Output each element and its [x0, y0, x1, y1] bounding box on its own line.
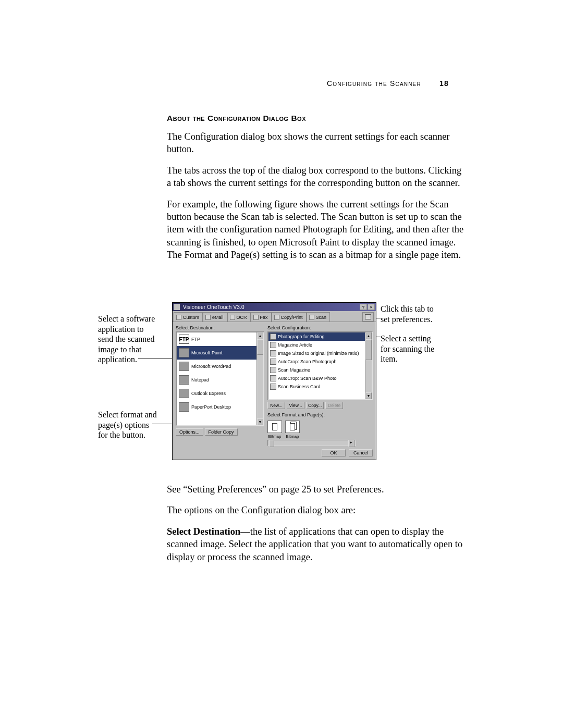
list-item[interactable]: Microsoft WordPad [177, 360, 263, 373]
outlook-icon [179, 389, 189, 398]
foldercopy-button[interactable]: Folder Copy [205, 428, 238, 436]
tab-bar: Custom eMail OCR Fax Copy/Print Scan [173, 311, 376, 322]
list-item[interactable]: Microsoft Paint [177, 346, 263, 360]
tab-scan[interactable]: Scan [307, 312, 331, 322]
configuration-list[interactable]: Photograph for Editing Magazine Article … [267, 331, 373, 400]
scan-icon [309, 315, 314, 320]
format-option-multi[interactable]: Bitmap [285, 421, 300, 439]
tab-fax[interactable]: Fax [251, 312, 272, 322]
format-option-single[interactable]: Bitmap [267, 421, 282, 439]
slider-thumb[interactable] [269, 440, 274, 447]
destination-list[interactable]: FTPFTP Microsoft Paint Microsoft WordPad… [176, 331, 264, 426]
scroll-up-icon[interactable]: ▲ [257, 332, 263, 339]
list-item[interactable]: Notepad [177, 373, 263, 387]
paragraph-3: For example, the following figure shows … [167, 198, 464, 262]
paragraph-5: The options on the Configuration dialog … [167, 504, 464, 516]
custom-icon [176, 315, 181, 320]
list-item[interactable]: Outlook Express [177, 387, 263, 400]
paperport-icon [179, 402, 189, 412]
config-icon [270, 384, 276, 390]
configuration-label: Select Configuration: [267, 325, 373, 330]
callout-line [138, 359, 176, 359]
list-item[interactable]: Photograph for Editing [268, 332, 372, 341]
wordpad-icon [179, 362, 189, 371]
list-item[interactable]: Magazine Article [268, 341, 372, 349]
email-icon [205, 315, 211, 320]
close-button[interactable]: × [368, 304, 375, 310]
configuration-dialog: Visioneer OneTouch V3.0 ? × Custom eMail… [172, 302, 376, 460]
tab-email[interactable]: eMail [203, 312, 227, 322]
page-number: 18 [439, 79, 449, 88]
scrollbar-thumb[interactable] [365, 339, 372, 360]
list-item[interactable]: Scan Business Card [268, 382, 372, 391]
list-item[interactable]: Scan Magazine [268, 366, 372, 374]
callout-preferences: Click this tab to set preferences. [381, 304, 435, 324]
scroll-down-icon[interactable]: ▼ [365, 392, 372, 399]
tab-copyprint[interactable]: Copy/Print [272, 312, 307, 322]
tab-ocr[interactable]: OCR [227, 312, 251, 322]
app-icon [174, 304, 180, 310]
scroll-up-icon[interactable]: ▲ [365, 332, 372, 339]
term-select-destination: Select Destination [167, 526, 240, 537]
preferences-button[interactable] [362, 312, 374, 322]
list-item[interactable]: AutoCrop: Scan B&W Photo [268, 374, 372, 382]
paragraph-4: See “Setting Preferences” on page 25 to … [167, 483, 464, 496]
tab-custom[interactable]: Custom [174, 312, 203, 322]
format-label: Select Format and Page(s): [267, 412, 373, 417]
section-heading: About the Configuration Dialog Box [167, 114, 464, 123]
destination-label: Select Destination: [176, 325, 264, 330]
new-button[interactable]: New... [267, 402, 285, 409]
fax-icon [253, 315, 259, 320]
config-icon [270, 367, 276, 373]
page-slider[interactable]: ▸ [267, 440, 356, 446]
scroll-down-icon[interactable]: ▼ [257, 418, 263, 425]
window-title: Visioneer OneTouch V3.0 [181, 304, 359, 310]
scrollbar-thumb[interactable] [257, 339, 263, 355]
options-button[interactable]: Options... [176, 428, 203, 436]
copy-button[interactable]: Copy... [306, 402, 324, 409]
config-icon [270, 359, 276, 365]
paragraph-6: Select Destination—the list of applicati… [167, 525, 464, 563]
stepper-icon[interactable]: ▸ [348, 440, 354, 447]
multi-page-icon [285, 421, 300, 433]
list-item[interactable]: AutoCrop: Scan Photograph [268, 357, 372, 366]
preferences-icon [365, 314, 371, 319]
running-title: Configuring the Scanner [327, 79, 421, 88]
config-icon [270, 334, 276, 340]
mspaint-icon [179, 348, 189, 357]
ok-button[interactable]: OK [322, 449, 346, 456]
single-page-icon [267, 421, 282, 433]
titlebar[interactable]: Visioneer OneTouch V3.0 ? × [173, 303, 376, 311]
cancel-button[interactable]: Cancel [349, 449, 373, 456]
scrollbar[interactable]: ▲ ▼ [365, 332, 372, 399]
config-icon [270, 350, 276, 356]
print-icon [274, 315, 279, 320]
running-header: Configuring the Scanner 18 [327, 79, 449, 88]
delete-button[interactable]: Delete [325, 402, 343, 409]
scrollbar[interactable]: ▲ ▼ [256, 332, 263, 425]
config-icon [270, 342, 276, 348]
notepad-icon [179, 375, 189, 385]
view-button[interactable]: View... [287, 402, 304, 409]
callout-destination: Select a software application to send th… [98, 314, 160, 365]
callout-format: Select format and page(s) options for th… [98, 410, 160, 440]
list-item[interactable]: Image Sized to original (minimize ratio) [268, 349, 372, 357]
paragraph-1: The Configuration dialog box shows the c… [167, 130, 464, 156]
ocr-icon [230, 315, 235, 320]
ftp-icon: FTP [179, 335, 189, 344]
list-item[interactable]: FTPFTP [177, 332, 263, 346]
callout-configuration: Select a setting for scanning the item. [381, 334, 438, 364]
help-button[interactable]: ? [360, 304, 367, 310]
paragraph-2: The tabs across the top of the dialog bo… [167, 164, 464, 190]
config-icon [270, 375, 276, 381]
list-item[interactable]: PaperPort Desktop [177, 400, 263, 414]
